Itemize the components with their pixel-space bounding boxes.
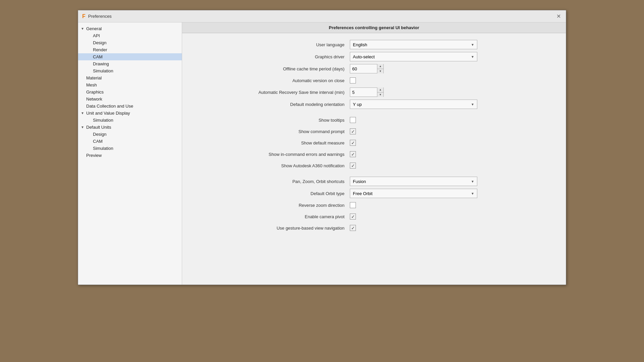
content-area: ▼GeneralAPIDesignRenderCAMDrawingSimulat… <box>78 22 566 285</box>
show-default-measure-checkbox[interactable]: ✓ <box>350 140 356 146</box>
sidebar-item-graphics[interactable]: Graphics <box>78 88 182 96</box>
sidebar-item-network[interactable]: Network <box>78 96 182 103</box>
user-language-dropdown[interactable]: English ▼ <box>350 40 477 49</box>
spinner-up[interactable]: ▲ <box>377 64 383 69</box>
sidebar-item-render[interactable]: Render <box>78 46 182 53</box>
auto-recovery-control: ▲ ▼ <box>350 87 484 97</box>
sidebar-item-label: Render <box>93 47 179 52</box>
pan-zoom-label: Pan, Zoom, Orbit shortcuts <box>196 179 350 184</box>
sidebar-item-data-collection[interactable]: Data Collection and Use <box>78 103 182 110</box>
spinner-buttons: ▲ ▼ <box>377 64 383 73</box>
show-errors-control: ✓ <box>350 151 484 157</box>
close-button[interactable]: ✕ <box>555 13 562 20</box>
gesture-nav-row: Use gesture-based view navigation ✓ <box>196 222 552 234</box>
gesture-nav-checkbox[interactable]: ✓ <box>350 225 356 231</box>
sidebar-item-label: Simulation <box>93 68 179 73</box>
show-a360-row: Show Autodesk A360 notification ✓ <box>196 160 552 171</box>
camera-pivot-label: Enable camera pivot <box>196 214 350 219</box>
sidebar-item-label: Network <box>86 97 179 102</box>
sidebar-item-label: Simulation <box>93 146 179 151</box>
title-bar-left: F Preferences <box>82 13 112 19</box>
sidebar-item-simulation3[interactable]: Simulation <box>78 145 182 152</box>
sidebar-item-label: API <box>93 33 179 38</box>
show-default-measure-control: ✓ <box>350 140 484 146</box>
dropdown-arrow: ▼ <box>471 192 474 195</box>
camera-pivot-row: Enable camera pivot ✓ <box>196 211 552 222</box>
dropdown-arrow: ▼ <box>471 43 474 47</box>
sidebar-item-simulation[interactable]: Simulation <box>78 67 182 74</box>
reverse-zoom-label: Reverse zoom direction <box>196 203 350 208</box>
user-language-control: English ▼ <box>350 40 484 49</box>
spinner-up-2[interactable]: ▲ <box>377 87 383 93</box>
reverse-zoom-control <box>350 202 484 208</box>
sidebar-item-api[interactable]: API <box>78 32 182 39</box>
checkmark: ✓ <box>351 214 355 219</box>
gesture-nav-control: ✓ <box>350 225 484 231</box>
offline-cache-label: Offline cache time period (days) <box>196 66 350 71</box>
offline-cache-input[interactable] <box>350 66 377 72</box>
dropdown-arrow: ▼ <box>471 103 474 106</box>
sidebar-item-unit-value[interactable]: ▼Unit and Value Display <box>78 110 182 117</box>
auto-version-label: Automatic version on close <box>196 78 350 83</box>
sidebar-item-cam2[interactable]: CAM <box>78 138 182 145</box>
sidebar-item-design2[interactable]: Design <box>78 131 182 138</box>
show-default-measure-label: Show default measure <box>196 140 350 145</box>
orbit-type-row: Default Orbit type Free Orbit ▼ <box>196 187 552 199</box>
offline-cache-spinner: ▲ ▼ <box>350 64 384 73</box>
camera-pivot-control: ✓ <box>350 214 484 220</box>
show-a360-control: ✓ <box>350 163 484 169</box>
sidebar-item-label: General <box>86 26 179 31</box>
sidebar-item-label: CAM <box>93 54 179 59</box>
graphics-driver-control: Auto-select ▼ <box>350 52 484 61</box>
sidebar-item-label: Data Collection and Use <box>86 104 179 109</box>
orbit-type-dropdown[interactable]: Free Orbit ▼ <box>350 189 477 198</box>
show-errors-checkbox[interactable]: ✓ <box>350 151 356 157</box>
sidebar-item-default-units[interactable]: ▼Default Units <box>78 124 182 131</box>
sidebar-item-drawing[interactable]: Drawing <box>78 60 182 67</box>
graphics-driver-value: Auto-select <box>353 54 375 59</box>
pan-zoom-row: Pan, Zoom, Orbit shortcuts Fusion ▼ <box>196 175 552 187</box>
graphics-driver-dropdown[interactable]: Auto-select ▼ <box>350 52 477 61</box>
spinner-down-2[interactable]: ▼ <box>377 93 383 97</box>
pan-zoom-dropdown[interactable]: Fusion ▼ <box>350 177 477 186</box>
app-icon: F <box>82 13 86 19</box>
checkmark: ✓ <box>351 163 355 168</box>
pan-zoom-value: Fusion <box>353 179 366 184</box>
auto-version-checkbox[interactable] <box>350 77 356 83</box>
sidebar-item-material[interactable]: Material <box>78 74 182 81</box>
auto-recovery-spinner: ▲ ▼ <box>350 87 384 97</box>
panel-header: Preferences controlling general UI behav… <box>182 22 566 33</box>
auto-recovery-input[interactable] <box>350 89 377 96</box>
tree-arrow: ▼ <box>81 125 86 129</box>
sidebar-item-general[interactable]: ▼General <box>78 25 182 32</box>
checkmark: ✓ <box>351 140 355 145</box>
offline-cache-control: ▲ ▼ <box>350 64 484 73</box>
modeling-orientation-value: Y up <box>353 102 362 107</box>
graphics-driver-label: Graphics driver <box>196 54 350 59</box>
checkmark: ✓ <box>351 226 355 231</box>
sidebar-item-preview[interactable]: Preview <box>78 152 182 159</box>
tree-arrow: ▼ <box>81 111 86 115</box>
spinner-buttons-2: ▲ ▼ <box>377 87 383 97</box>
modeling-orientation-control: Y up ▼ <box>350 100 484 109</box>
main-panel: Preferences controlling general UI behav… <box>182 22 566 285</box>
sidebar-item-mesh[interactable]: Mesh <box>78 81 182 88</box>
orbit-type-value: Free Orbit <box>353 191 373 196</box>
sidebar-item-label: Unit and Value Display <box>86 111 179 116</box>
spinner-down[interactable]: ▼ <box>377 69 383 74</box>
divider-2 <box>196 171 552 175</box>
camera-pivot-checkbox[interactable]: ✓ <box>350 214 356 220</box>
show-a360-label: Show Autodesk A360 notification <box>196 163 350 168</box>
gesture-nav-label: Use gesture-based view navigation <box>196 226 350 231</box>
sidebar-item-simulation2[interactable]: Simulation <box>78 117 182 124</box>
graphics-driver-row: Graphics driver Auto-select ▼ <box>196 51 552 63</box>
show-tooltips-checkbox[interactable] <box>350 117 356 123</box>
show-a360-checkbox[interactable]: ✓ <box>350 163 356 169</box>
show-command-prompt-control: ✓ <box>350 128 484 134</box>
show-command-prompt-checkbox[interactable]: ✓ <box>350 128 356 134</box>
reverse-zoom-checkbox[interactable] <box>350 202 356 208</box>
sidebar-item-cam[interactable]: CAM <box>78 53 182 60</box>
sidebar-item-design[interactable]: Design <box>78 39 182 46</box>
modeling-orientation-dropdown[interactable]: Y up ▼ <box>350 100 477 109</box>
user-language-row: User language English ▼ <box>196 39 552 51</box>
